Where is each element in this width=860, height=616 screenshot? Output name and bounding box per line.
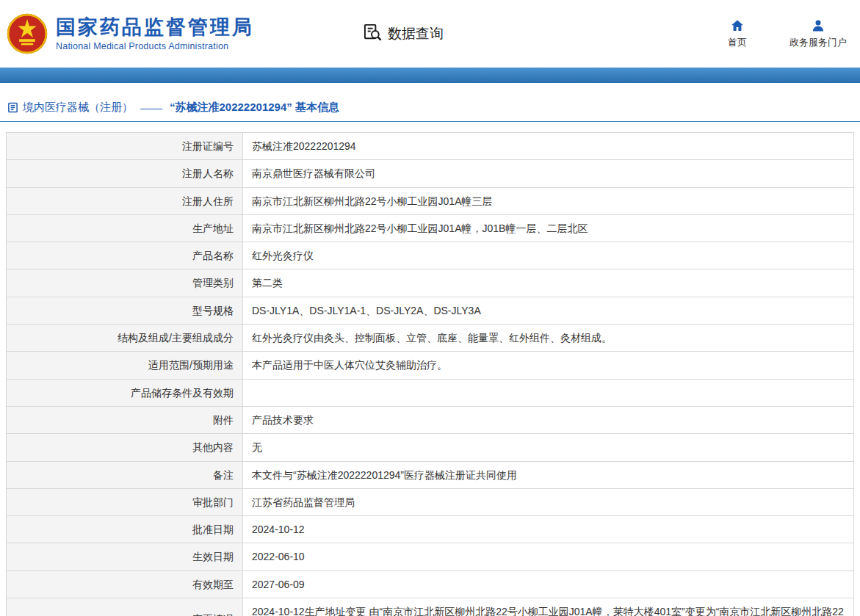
- document-search-icon: [363, 22, 383, 46]
- row-label: 注册人名称: [7, 160, 243, 187]
- row-value: 苏械注准20222201294: [243, 133, 854, 160]
- row-value: 南京市江北新区柳州北路22号小柳工业园J01A幢，J01B幢一层、二层北区: [243, 214, 854, 242]
- header-links: 首页 政务服务门户: [728, 18, 847, 49]
- row-label: 管理类别: [7, 269, 243, 297]
- table-row: 生产地址南京市江北新区柳州北路22号小柳工业园J01A幢，J01B幢一层、二层北…: [7, 214, 854, 242]
- table-row: 备注本文件与“苏械注准20222201294”医疗器械注册证共同使用: [7, 461, 854, 488]
- row-value: DS-JLY1A、DS-JLY1A-1、DS-JLY2A、DS-JLY3A: [243, 297, 854, 324]
- row-label: 有效期至: [7, 570, 243, 598]
- row-value: [243, 379, 854, 406]
- row-label: 注册人住所: [7, 187, 243, 214]
- row-label: 产品名称: [7, 242, 243, 269]
- home-link-label: 首页: [728, 36, 747, 49]
- table-row: 型号规格DS-JLY1A、DS-JLY1A-1、DS-JLY2A、DS-JLY3…: [7, 297, 854, 324]
- table-row: 附件产品技术要求: [7, 406, 854, 433]
- row-value: 本产品适用于中医人体穴位艾灸辅助治疗。: [243, 352, 854, 379]
- table-row: 审批部门江苏省药品监督管理局: [7, 488, 854, 515]
- row-value: 红外光灸疗仪: [243, 242, 854, 269]
- brand-logo-link[interactable]: 国家药品监督管理局 National Medical Products Admi…: [6, 12, 254, 55]
- table-row: 适用范围/预期用途本产品适用于中医人体穴位艾灸辅助治疗。: [7, 352, 854, 379]
- row-value: 2022-06-10: [243, 543, 854, 570]
- table-row: 批准日期2024-10-12: [7, 516, 854, 543]
- table-row: 产品储存条件及有效期: [7, 379, 854, 406]
- row-value: 2024-10-12生产地址变更 由“南京市江北新区柳州北路22号小柳工业园J0…: [243, 598, 854, 616]
- row-label: 审批部门: [7, 488, 243, 515]
- row-label: 型号规格: [7, 297, 243, 324]
- breadcrumb-separator: ——: [140, 101, 162, 114]
- row-label: 产品储存条件及有效期: [7, 379, 243, 406]
- row-value: 南京鼎世医疗器械有限公司: [243, 160, 854, 187]
- home-link[interactable]: 首页: [728, 18, 747, 49]
- row-value: 第二类: [243, 269, 854, 297]
- row-value: 产品技术要求: [243, 406, 854, 433]
- row-value: 无: [243, 434, 854, 461]
- row-value: 南京市江北新区柳州北路22号小柳工业园J01A幢三层: [243, 187, 854, 214]
- breadcrumb-category[interactable]: 境内医疗器械（注册）: [23, 101, 133, 115]
- national-emblem-icon: [6, 12, 48, 55]
- breadcrumb-title: “苏械注准20222201294” 基本信息: [170, 101, 339, 115]
- portal-link[interactable]: 政务服务门户: [789, 18, 847, 49]
- row-value: 2027-06-09: [243, 570, 854, 598]
- brand-text: 国家药品监督管理局 National Medical Products Admi…: [56, 16, 254, 51]
- table-row: 注册人住所南京市江北新区柳州北路22号小柳工业园J01A幢三层: [7, 187, 854, 214]
- row-value: 2024-10-12: [243, 516, 854, 543]
- table-row: 注册证编号苏械注准20222201294: [7, 133, 854, 160]
- row-label: 生产地址: [7, 214, 243, 242]
- row-label: 生效日期: [7, 543, 243, 570]
- registration-info-table: 注册证编号苏械注准20222201294注册人名称南京鼎世医疗器械有限公司注册人…: [6, 132, 854, 616]
- row-value: 红外光灸疗仪由灸头、控制面板、立管、底座、能量罩、红外组件、灸材组成。: [243, 325, 854, 352]
- person-icon: [811, 18, 825, 33]
- table-row: 结构及组成/主要组成成分红外光灸疗仪由灸头、控制面板、立管、底座、能量罩、红外组…: [7, 325, 854, 352]
- table-row: 其他内容无: [7, 434, 854, 461]
- row-value: 本文件与“苏械注准20222201294”医疗器械注册证共同使用: [243, 461, 854, 488]
- row-label: 适用范围/预期用途: [7, 352, 243, 379]
- data-query-label: 数据查询: [388, 24, 444, 43]
- header-divider-bar: [0, 68, 860, 83]
- breadcrumb: 境内医疗器械（注册） —— “苏械注准20222201294” 基本信息: [0, 101, 860, 122]
- row-value: 江苏省药品监督管理局: [243, 488, 854, 515]
- row-label: 附件: [7, 406, 243, 433]
- home-icon: [730, 18, 745, 33]
- portal-link-label: 政务服务门户: [789, 36, 847, 49]
- data-query-section[interactable]: 数据查询: [363, 22, 444, 46]
- row-label: 批准日期: [7, 516, 243, 543]
- table-row: 产品名称红外光灸疗仪: [7, 242, 854, 269]
- table-row: 变更情况2024-10-12生产地址变更 由“南京市江北新区柳州北路22号小柳工…: [7, 598, 854, 616]
- site-subtitle: National Medical Products Administration: [56, 41, 254, 51]
- table-row: 注册人名称南京鼎世医疗器械有限公司: [7, 160, 854, 187]
- table-row: 生效日期2022-06-10: [7, 543, 854, 570]
- table-row: 有效期至2027-06-09: [7, 570, 854, 598]
- row-label: 结构及组成/主要组成成分: [7, 325, 243, 352]
- row-label: 变更情况: [7, 598, 243, 616]
- document-icon: [7, 102, 18, 113]
- row-label: 备注: [7, 461, 243, 488]
- site-header: 国家药品监督管理局 National Medical Products Admi…: [0, 0, 860, 68]
- row-label: 注册证编号: [7, 133, 243, 160]
- table-row: 管理类别第二类: [7, 269, 854, 297]
- row-label: 其他内容: [7, 434, 243, 461]
- site-title: 国家药品监督管理局: [56, 16, 254, 39]
